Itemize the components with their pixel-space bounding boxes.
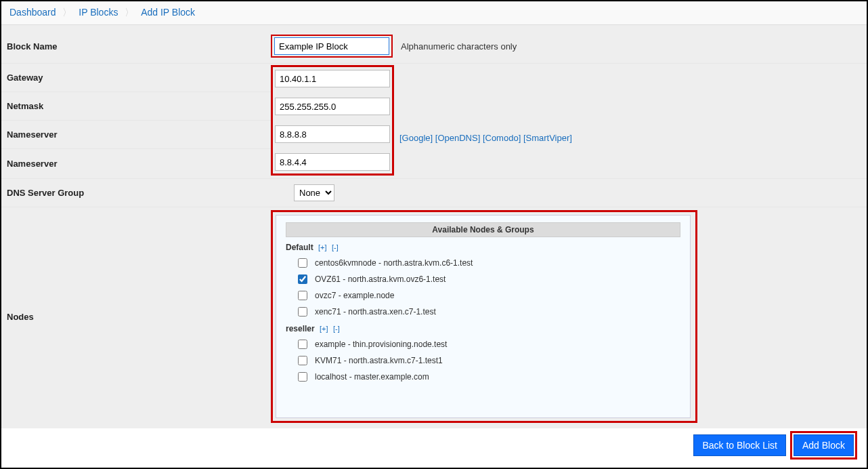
label-gateway: Gateway (7, 73, 271, 83)
node-item: KVM71 - north.astra.kvm.c7-1.test1 (286, 352, 680, 369)
block-name-input[interactable] (274, 37, 389, 55)
node-item-label: ovzc7 - example.node (315, 291, 394, 300)
node-item-checkbox[interactable] (298, 291, 307, 300)
highlight-nodes-panel: Available Nodes & Groups Default [+] [-]… (271, 210, 697, 423)
label-nodes: Nodes (7, 210, 271, 322)
node-item-label: KVM71 - north.astra.kvm.c7-1.test1 (315, 356, 443, 365)
breadcrumb-sep-icon: 〉 (125, 7, 134, 18)
ns-link-google[interactable]: [Google] (399, 133, 433, 143)
node-group-name: Default (286, 243, 313, 252)
ns-link-opendns[interactable]: [OpenDNS] (435, 133, 480, 143)
node-item-label: centos6kvmnode - north.astra.kvm.c6-1.te… (315, 258, 473, 268)
node-item: ovzc7 - example.node (286, 287, 680, 304)
back-to-block-list-button[interactable]: Back to Block List (693, 434, 786, 456)
gateway-input[interactable] (275, 70, 390, 87)
row-block-name: Block Name Alphanumeric characters only (1, 25, 867, 64)
breadcrumb-dashboard[interactable]: Dashboard (9, 7, 56, 18)
nameserver-provider-links: [Google] [OpenDNS] [Comodo] [SmartViper] (394, 123, 572, 152)
node-group-expand-link[interactable]: [+] (318, 243, 327, 251)
label-nameserver1: Nameserver (7, 129, 271, 140)
label-dns-group: DNS Server Group (7, 188, 294, 198)
dns-group-select[interactable]: None (294, 184, 334, 201)
node-item-label: localhost - master.example.com (315, 372, 429, 382)
node-item-label: xenc71 - north.astra.xen.c7-1.test (315, 307, 436, 317)
add-block-button[interactable]: Add Block (794, 434, 854, 456)
node-group-collapse-link[interactable]: [-] (332, 243, 339, 251)
highlight-network-fields (271, 65, 394, 176)
breadcrumb-add-ip-block[interactable]: Add IP Block (141, 7, 195, 18)
node-item: OVZ61 - north.astra.kvm.ovz6-1.test (286, 271, 680, 287)
footer-buttons: Back to Block List Add Block (693, 431, 857, 460)
node-item: localhost - master.example.com (286, 369, 680, 385)
node-item-checkbox[interactable] (298, 372, 307, 382)
node-group-title: reseller [+] [-] (286, 324, 680, 333)
node-item: centos6kvmnode - north.astra.kvm.c6-1.te… (286, 255, 680, 271)
nodes-panel: Available Nodes & Groups Default [+] [-]… (276, 215, 691, 418)
node-item-checkbox[interactable] (298, 274, 307, 284)
label-netmask: Netmask (7, 101, 271, 111)
ns-link-comodo[interactable]: [Comodo] (483, 133, 521, 143)
breadcrumb-ipblocks[interactable]: IP Blocks (79, 7, 118, 18)
ns-link-smartviper[interactable]: [SmartViper] (523, 133, 572, 143)
highlight-add-block: Add Block (790, 431, 857, 460)
highlight-block-name (271, 35, 393, 58)
nodes-panel-title: Available Nodes & Groups (286, 222, 680, 237)
nameserver1-input[interactable] (275, 125, 390, 143)
node-item-checkbox[interactable] (298, 340, 307, 349)
node-item-checkbox[interactable] (298, 307, 307, 317)
node-item: xenc71 - north.astra.xen.c7-1.test (286, 304, 680, 320)
node-group-collapse-link[interactable]: [-] (333, 325, 340, 333)
form-area: Block Name Alphanumeric characters only … (1, 25, 867, 428)
node-group-title: Default [+] [-] (286, 243, 680, 252)
label-nameserver2: Nameserver (7, 159, 271, 169)
row-nodes: Nodes Available Nodes & Groups Default [… (1, 207, 867, 428)
nameserver2-input[interactable] (275, 153, 390, 171)
node-item: example - thin.provisioning.node.test (286, 336, 680, 352)
node-group-expand-link[interactable]: [+] (320, 325, 328, 333)
node-item-label: example - thin.provisioning.node.test (315, 340, 447, 349)
breadcrumb: Dashboard 〉 IP Blocks 〉 Add IP Block (1, 1, 867, 25)
block-name-hint: Alphanumeric characters only (401, 41, 517, 52)
row-dns-group: DNS Server Group None (1, 179, 867, 207)
node-item-label: OVZ61 - north.astra.kvm.ovz6-1.test (315, 274, 446, 284)
breadcrumb-sep-icon: 〉 (62, 7, 72, 18)
node-item-checkbox[interactable] (298, 356, 307, 365)
node-group-name: reseller (286, 324, 315, 333)
label-block-name: Block Name (7, 41, 271, 52)
netmask-input[interactable] (275, 98, 390, 115)
node-item-checkbox[interactable] (298, 258, 307, 268)
